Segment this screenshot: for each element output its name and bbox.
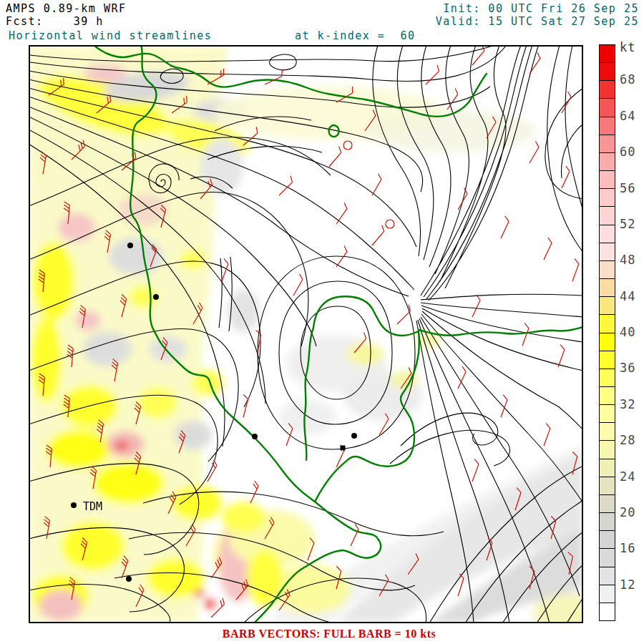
colorbar-tick-label: 24 xyxy=(620,469,635,484)
wind-barb xyxy=(472,295,480,317)
wind-barb xyxy=(501,395,507,417)
colorbar-cell xyxy=(600,297,615,315)
colorbar-tick-label: 36 xyxy=(620,361,635,375)
wind-barb xyxy=(472,459,479,482)
wind-barb xyxy=(458,188,467,210)
forecast-hour: Fcst: 39 h xyxy=(6,15,104,28)
wind-barb xyxy=(458,366,466,389)
calm-wind-circle xyxy=(386,220,394,228)
wind-barb xyxy=(293,274,303,296)
colorbar-tick-label: 56 xyxy=(620,181,635,195)
valid-time: Valid: 15 UTC Sat 27 Sep 25 xyxy=(436,15,639,28)
colorbar-cell xyxy=(600,45,615,63)
colorbar-tick-label: 60 xyxy=(620,145,635,159)
colorbar-tick-label: 12 xyxy=(620,577,635,592)
colorbar-cell xyxy=(600,225,615,243)
wind-barb xyxy=(562,92,571,113)
colorbar-cell xyxy=(600,459,615,477)
station-dot xyxy=(341,446,346,451)
colorbar-cell xyxy=(600,351,615,369)
station-dot xyxy=(127,243,133,248)
streamline-map: TDM xyxy=(29,45,583,623)
station-dot xyxy=(71,502,77,508)
wind-barb xyxy=(372,225,384,245)
wind-barb xyxy=(426,65,439,84)
colorbar-cell xyxy=(600,603,615,620)
wind-barb xyxy=(522,323,529,346)
colorbar xyxy=(599,44,615,621)
colorbar-cell xyxy=(600,585,615,603)
colorbar-cell xyxy=(600,99,615,117)
calm-wind-circle xyxy=(343,141,352,150)
wind-barb xyxy=(222,259,228,281)
colorbar-tick-label: 44 xyxy=(620,289,635,303)
wind-barb xyxy=(372,174,381,195)
colorbar-cell xyxy=(600,81,615,99)
station-dot xyxy=(351,433,357,439)
colorbar-cell xyxy=(600,333,615,351)
station-dot xyxy=(252,434,258,439)
colorbar-cell xyxy=(600,63,615,81)
coastline-east xyxy=(419,327,583,336)
colorbar-cell xyxy=(600,171,615,189)
wind-barb xyxy=(208,460,217,482)
colorbar-tick-label: 52 xyxy=(620,217,635,231)
wind-barb xyxy=(558,345,565,367)
colorbar-tick-label: 32 xyxy=(620,397,635,411)
colorbar-tick-label: 40 xyxy=(620,325,635,339)
wind-barb xyxy=(562,166,570,188)
colorbar-cell xyxy=(600,153,615,171)
colorbar-cell xyxy=(600,135,615,153)
colorbar-cell xyxy=(600,279,615,297)
map-panel: TDM xyxy=(29,45,583,623)
level-label: at k-index = 60 xyxy=(295,29,416,42)
colorbar-cell xyxy=(600,207,615,225)
colorbar-cell xyxy=(600,315,615,333)
field-title: Horizontal wind streamlines xyxy=(9,29,212,42)
wind-barb xyxy=(351,524,358,546)
wind-barb xyxy=(279,176,292,195)
colorbar-tick-label: 64 xyxy=(620,109,635,123)
wind-barb xyxy=(572,259,579,281)
barb-legend-caption: BARB VECTORS: FULL BARB = 10 kts xyxy=(14,628,644,640)
colorbar-cell xyxy=(600,369,615,387)
colorbar-cell xyxy=(600,387,615,405)
wind-barb xyxy=(544,238,552,260)
wind-barb xyxy=(250,481,258,503)
colorbar-cell xyxy=(600,189,615,207)
colorbar-cell xyxy=(600,261,615,279)
terrain-shading xyxy=(29,45,583,623)
colorbar-cell xyxy=(600,477,615,495)
station-label-tdm: TDM xyxy=(83,500,102,513)
station-dot xyxy=(153,294,159,300)
wind-barb xyxy=(329,147,341,167)
init-time: Init: 00 UTC Fri 26 Sep 25 xyxy=(443,2,639,15)
colorbar-tick-label: 20 xyxy=(620,505,635,519)
wind-barb xyxy=(265,70,282,84)
wind-barb xyxy=(530,142,539,163)
colorbar-cell xyxy=(600,423,615,441)
colorbar-cell xyxy=(600,117,615,135)
wind-barb xyxy=(501,216,509,238)
colorbar-cell xyxy=(600,441,615,459)
colorbar-tick-label: 28 xyxy=(620,433,635,447)
colorbar-tick-label: 68 xyxy=(620,72,635,87)
colorbar-cell xyxy=(600,495,615,513)
colorbar-cell xyxy=(600,513,615,531)
colorbar-cell xyxy=(600,405,615,423)
colorbar-cell xyxy=(600,243,615,261)
streamline-north-s-curves xyxy=(373,45,583,301)
colorbar-tick-labels: 686460565248444036322824201612 xyxy=(620,44,644,621)
wind-barb xyxy=(544,424,550,446)
colorbar-cell xyxy=(600,567,615,585)
colorbar-tick-label: 48 xyxy=(620,253,635,267)
wind-barb xyxy=(243,395,248,418)
colorbar-cell xyxy=(600,549,615,567)
wind-barb xyxy=(336,203,347,225)
wind-barb xyxy=(472,45,484,65)
model-title: AMPS 0.89-km WRF xyxy=(6,2,127,15)
station-dot xyxy=(126,576,132,582)
colorbar-tick-label: 16 xyxy=(620,541,635,555)
colorbar-cell xyxy=(600,531,615,549)
